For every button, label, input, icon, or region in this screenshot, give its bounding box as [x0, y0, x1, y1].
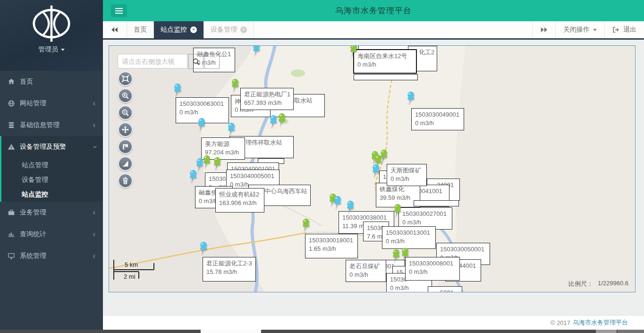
station-label[interactable] [414, 200, 459, 206]
menu-label: 网站管理 [20, 99, 46, 108]
user-menu[interactable]: 管理员 [38, 45, 65, 54]
map-tool-full-extent[interactable] [118, 71, 133, 86]
station-label[interactable]: 海南区自来水12号 0 m3/h [353, 49, 417, 74]
station-flow-value: 657.393 m3/h [244, 99, 290, 107]
sidebar-item-system-mgmt[interactable]: 系统管理 [0, 245, 103, 267]
station-name: 化工2 [419, 48, 433, 57]
header-bar: 乌海市水务管理平台 [103, 0, 644, 21]
map-tool-zoom-out[interactable] [118, 105, 133, 120]
sidebar-item-website-mgmt[interactable]: 网站管理 [0, 93, 103, 114]
station-label[interactable]: 1503030063001 0 m3/h [176, 97, 229, 123]
station-label[interactable] [354, 74, 418, 80]
menu-icon [8, 121, 15, 129]
sidebar-item-basic-info[interactable]: 基础信息管理 [0, 114, 103, 136]
station-flow-value: 163.906 m3/h [219, 199, 261, 207]
station-flow-value: 0 m3/h [402, 218, 449, 227]
menu-label: 系统管理 [20, 252, 46, 260]
map-tool-measure[interactable] [118, 139, 133, 154]
sidebar-user-panel: 管理员 [0, 0, 103, 71]
svg-text:2 mi: 2 mi [124, 273, 136, 280]
station-label[interactable]: 1503030013001 0 m3/h [382, 226, 436, 249]
sidebar-nav: 首页 网站管理 基础信息管理 设备管理及预警 [0, 71, 103, 267]
station-name: 君正能源热电厂1 [244, 90, 290, 99]
scrollbar-segment [596, 330, 617, 333]
logout-button[interactable]: 退出 [604, 21, 644, 38]
tabs-scroll-left-button[interactable] [103, 21, 127, 38]
station-label[interactable]: 1503030018001 1.65 m3/h [305, 234, 358, 258]
station-flow-value: 0 m3/h [179, 108, 225, 117]
station-name: 1503030008001 [409, 259, 456, 268]
station-name: 1503030050001 [440, 245, 486, 254]
tab-station-monitor[interactable]: 站点监控 [154, 21, 204, 38]
station-name: 美方能源 [205, 140, 241, 148]
station-name: 1503030063001 [179, 100, 225, 108]
menu-icon [8, 78, 15, 85]
close-tab-icon[interactable] [240, 26, 247, 33]
station-name: 1503030018001 [309, 236, 354, 245]
app-window: 管理员 首页 网站管理 基础信息管理 [0, 0, 644, 333]
map-canvas[interactable]: 国盛取水站 神 0 m3/h 君正能源热电厂1 657.393 m3/h 150… [109, 45, 636, 292]
sidebar-item-business-mgmt[interactable]: 业务管理 [0, 202, 103, 223]
search-secondary-button[interactable] [204, 54, 220, 69]
sidebar-item-station-mgmt[interactable]: 站点管理 [0, 158, 103, 172]
station-name: 5001 [440, 289, 458, 292]
station-label[interactable]: 恒业成有机硅2 163.906 m3/h [215, 188, 264, 213]
scrollbar-thumb[interactable] [201, 330, 261, 333]
footer-site-link[interactable]: 乌海市水务管理平台 [573, 318, 628, 327]
horizontal-scrollbar[interactable] [0, 330, 644, 333]
menu-label: 设备管理及预警 [20, 143, 66, 151]
map-tool-zoom-in[interactable] [118, 88, 133, 103]
station-label[interactable]: 美方能源 97.204 m3/h [201, 137, 245, 160]
hamburger-menu-button[interactable] [111, 4, 127, 17]
sidebar: 管理员 首页 网站管理 基础信息管理 [0, 0, 103, 330]
copyright-text: © 2017 [551, 319, 570, 326]
station-label[interactable]: 君正能源化工2-3 15.78 m3/h [203, 257, 256, 282]
station-flow-value: 0 m3/h [349, 271, 382, 279]
station-label[interactable]: 天斯图煤矿 0 m3/h [387, 164, 427, 186]
station-label[interactable]: 5001 [428, 286, 462, 292]
station-label[interactable]: 老石旦煤矿 0 m3/h [346, 260, 386, 282]
menu-label: 业务管理 [20, 208, 46, 217]
tool-icon [121, 75, 129, 83]
menu-label: 基础信息管理 [20, 121, 59, 129]
station-flow-value: 1.65 m3/h [309, 245, 354, 253]
chevron-icon [93, 121, 95, 129]
station-flow-value: 0 m3/h [415, 119, 460, 128]
station-flow-value: 0 m3/h [390, 284, 428, 292]
tab-label: 站点监控 [161, 26, 187, 34]
sidebar-item-home[interactable]: 首页 [0, 71, 103, 93]
search-button[interactable] [188, 54, 203, 69]
scrollbar-segment [618, 330, 644, 333]
app-title: 乌海市水务管理平台 [103, 5, 644, 16]
sidebar-item-device-warning[interactable]: 设备管理及预警 [0, 136, 103, 158]
map-tool-pan[interactable] [118, 122, 133, 137]
sidebar-item-device-mgmt[interactable]: 设备管理 [0, 172, 103, 187]
station-name: 1503030013001 [386, 229, 432, 237]
station-label[interactable]: 1503030049001 0 m3/h [411, 108, 464, 130]
sidebar-item-query-stats[interactable]: 查询统计 [0, 223, 103, 245]
station-label[interactable]: 君正能源热电厂1 657.393 m3/h [240, 88, 294, 110]
chevron-icon [93, 252, 95, 260]
search-input[interactable] [118, 54, 187, 68]
tabs-scroll-right-button[interactable] [532, 21, 555, 38]
double-chevron-right-icon [540, 26, 548, 33]
tab-device-mgmt[interactable]: 设备管理 [204, 21, 254, 38]
user-name: 管理员 [38, 45, 58, 54]
map-tool-clear[interactable] [118, 173, 133, 188]
tool-icon [121, 143, 129, 151]
close-operations-dropdown[interactable]: 关闭操作 [555, 21, 604, 38]
tab-bar: 首页 站点监控 设备管理 关闭操作 退出 [103, 21, 644, 40]
station-flow-value: 0 m3/h [409, 268, 456, 276]
ratio-label: 比例尺： [568, 280, 593, 288]
close-tab-icon[interactable] [190, 26, 197, 33]
tab-home[interactable]: 首页 [127, 21, 154, 38]
map-tool-measure-area[interactable] [118, 156, 133, 171]
sidebar-item-station-monitor[interactable]: 站点监控 [0, 187, 103, 202]
tool-icon [121, 177, 129, 185]
station-name: 恒业成有机硅2 [219, 190, 261, 199]
tab-label: 设备管理 [211, 26, 237, 34]
logout-icon [612, 26, 620, 33]
station-name: 1503030027001 [402, 210, 449, 218]
menu-label: 站点监控 [22, 190, 48, 199]
station-label[interactable]: 1503030008001 0 m3/h [405, 257, 460, 281]
